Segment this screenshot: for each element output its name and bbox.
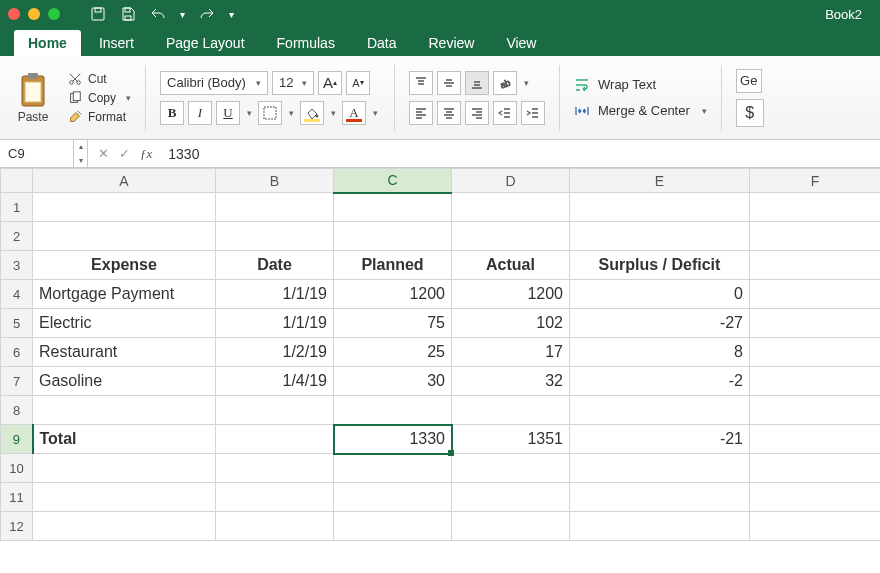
cell-surplus[interactable]: -27 — [570, 309, 750, 338]
decrease-font-button[interactable]: A▾ — [346, 71, 370, 95]
cell[interactable] — [334, 222, 452, 251]
header-surplus[interactable]: Surplus / Deficit — [570, 251, 750, 280]
cut-button[interactable]: Cut — [68, 72, 131, 86]
cell[interactable] — [452, 396, 570, 425]
stepper-down-icon[interactable]: ▾ — [74, 154, 87, 168]
cell[interactable] — [750, 483, 881, 512]
cell-actual[interactable]: 32 — [452, 367, 570, 396]
cell[interactable] — [452, 512, 570, 541]
cell-planned[interactable]: 1200 — [334, 280, 452, 309]
cell[interactable] — [750, 367, 881, 396]
font-family-select[interactable]: Calibri (Body)▾ — [160, 71, 268, 95]
cell-date[interactable]: 1/1/19 — [216, 309, 334, 338]
cell[interactable] — [570, 483, 750, 512]
cancel-formula-button[interactable]: ✕ — [98, 146, 109, 161]
underline-button[interactable]: U — [216, 101, 240, 125]
cell[interactable] — [216, 512, 334, 541]
tab-page-layout[interactable]: Page Layout — [152, 30, 259, 56]
chevron-down-icon[interactable]: ▾ — [521, 71, 531, 95]
close-window-button[interactable] — [8, 8, 20, 20]
cell-surplus[interactable]: -2 — [570, 367, 750, 396]
merge-center-button[interactable]: Merge & Center▾ — [574, 103, 707, 119]
cell[interactable] — [750, 193, 881, 222]
row-header[interactable]: 9 — [1, 425, 33, 454]
cell-total-label[interactable]: Total — [33, 425, 216, 454]
cell[interactable] — [570, 512, 750, 541]
cell[interactable] — [750, 512, 881, 541]
align-right-button[interactable] — [465, 101, 489, 125]
header-planned[interactable]: Planned — [334, 251, 452, 280]
cell[interactable] — [570, 396, 750, 425]
increase-indent-button[interactable] — [521, 101, 545, 125]
accept-formula-button[interactable]: ✓ — [119, 146, 130, 161]
cell-expense[interactable]: Restaurant — [33, 338, 216, 367]
cell-actual[interactable]: 17 — [452, 338, 570, 367]
name-box-stepper[interactable]: ▴▾ — [74, 140, 88, 167]
cell[interactable] — [570, 222, 750, 251]
borders-button[interactable] — [258, 101, 282, 125]
cell[interactable] — [33, 222, 216, 251]
cell[interactable] — [334, 454, 452, 483]
cell[interactable] — [570, 193, 750, 222]
col-header-C[interactable]: C — [334, 169, 452, 193]
cell[interactable] — [216, 483, 334, 512]
row-header[interactable]: 12 — [1, 512, 33, 541]
cell[interactable] — [750, 309, 881, 338]
worksheet-grid[interactable]: A B C D E F 1 2 3 Expense Date Planned A… — [0, 168, 880, 541]
cell-total-planned[interactable]: 1330 — [334, 425, 452, 454]
cell[interactable] — [334, 512, 452, 541]
col-header-A[interactable]: A — [33, 169, 216, 193]
cell[interactable] — [216, 425, 334, 454]
fill-color-button[interactable] — [300, 101, 324, 125]
chevron-down-icon[interactable]: ▾ — [244, 101, 254, 125]
row-header[interactable]: 7 — [1, 367, 33, 396]
number-format-select[interactable]: Ge — [736, 69, 762, 93]
copy-button[interactable]: Copy▾ — [68, 91, 131, 105]
cell[interactable] — [33, 454, 216, 483]
cell[interactable] — [452, 193, 570, 222]
cell[interactable] — [33, 193, 216, 222]
row-header[interactable]: 2 — [1, 222, 33, 251]
cell-expense[interactable]: Gasoline — [33, 367, 216, 396]
chevron-down-icon[interactable]: ▾ — [328, 101, 338, 125]
undo-icon[interactable] — [150, 6, 166, 22]
quick-access-more-icon[interactable]: ▾ — [229, 9, 234, 20]
orientation-button[interactable]: ab — [493, 71, 517, 95]
row-header[interactable]: 8 — [1, 396, 33, 425]
redo-icon[interactable] — [199, 6, 215, 22]
cell-actual[interactable]: 102 — [452, 309, 570, 338]
minimize-window-button[interactable] — [28, 8, 40, 20]
tab-home[interactable]: Home — [14, 30, 81, 56]
cell-expense[interactable]: Mortgage Payment — [33, 280, 216, 309]
font-size-select[interactable]: 12▾ — [272, 71, 314, 95]
cell[interactable] — [750, 222, 881, 251]
tab-formulas[interactable]: Formulas — [263, 30, 349, 56]
align-top-button[interactable] — [409, 71, 433, 95]
cell-date[interactable]: 1/1/19 — [216, 280, 334, 309]
cell[interactable] — [216, 396, 334, 425]
decrease-indent-button[interactable] — [493, 101, 517, 125]
row-header[interactable]: 6 — [1, 338, 33, 367]
cell[interactable] — [750, 338, 881, 367]
cell[interactable] — [750, 280, 881, 309]
tab-review[interactable]: Review — [414, 30, 488, 56]
cell-planned[interactable]: 75 — [334, 309, 452, 338]
cell-date[interactable]: 1/4/19 — [216, 367, 334, 396]
cell[interactable] — [33, 512, 216, 541]
cell[interactable] — [452, 483, 570, 512]
col-header-E[interactable]: E — [570, 169, 750, 193]
cell[interactable] — [216, 454, 334, 483]
cell[interactable] — [334, 193, 452, 222]
cell-total-actual[interactable]: 1351 — [452, 425, 570, 454]
stepper-up-icon[interactable]: ▴ — [74, 140, 87, 154]
cell-surplus[interactable]: 8 — [570, 338, 750, 367]
cell-actual[interactable]: 1200 — [452, 280, 570, 309]
cell[interactable] — [452, 454, 570, 483]
cell[interactable] — [216, 222, 334, 251]
align-bottom-button[interactable] — [465, 71, 489, 95]
row-header[interactable]: 11 — [1, 483, 33, 512]
bold-button[interactable]: B — [160, 101, 184, 125]
tab-insert[interactable]: Insert — [85, 30, 148, 56]
chevron-down-icon[interactable]: ▾ — [370, 101, 380, 125]
cell-expense[interactable]: Electric — [33, 309, 216, 338]
